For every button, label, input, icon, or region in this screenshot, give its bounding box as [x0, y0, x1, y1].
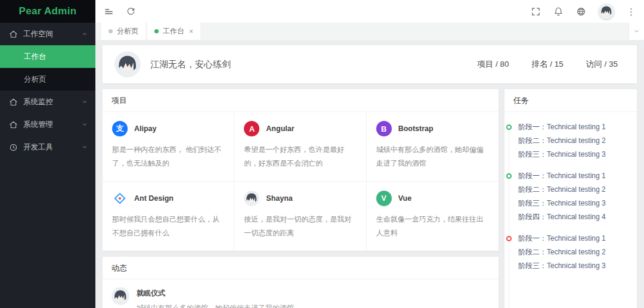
activity-item[interactable]: 就眠仪式 城镇中有那么多的酒馆，她却偏偏走进了我的酒馆。 — [103, 279, 499, 308]
timeline-group: 阶段一：Technical testing 1 阶段二：Technical te… — [504, 169, 630, 224]
task-item: 阶段二：Technical testing 2 — [504, 134, 630, 148]
navbar-left — [104, 7, 136, 17]
tab-workbench[interactable]: 工作台 × — [147, 23, 200, 40]
alipay-icon: 支 — [112, 121, 128, 136]
bell-icon[interactable] — [553, 7, 564, 17]
top-navbar: ⋮ — [95, 0, 644, 23]
sidebar: Pear Admin 工作空间 工作台 分析页 系统监控 系统管理 — [0, 0, 95, 308]
project-name: Ant Design — [134, 194, 174, 203]
clock-icon — [9, 143, 18, 152]
timeline-marker-green — [506, 125, 512, 130]
sidebar-item-label: 工作空间 — [23, 29, 53, 39]
refresh-icon[interactable] — [126, 7, 136, 17]
left-column: 项目 支 Alipay 那是一种内在的东西， 他们到达不了，也无法触及的 — [103, 89, 499, 308]
right-column: 任务 阶段一：Technical testing 1 阶段二：Technical… — [504, 89, 637, 308]
tasks-title: 任务 — [504, 89, 637, 112]
tab-close-icon[interactable]: × — [189, 27, 193, 36]
project-name: Alipay — [134, 125, 157, 133]
project-desc: 那是一种内在的东西， 他们到达不了，也无法触及的 — [112, 143, 224, 171]
activity-text: 城镇中有那么多的酒馆，她却偏偏走进了我的酒馆。 — [137, 303, 301, 308]
task-item: 阶段四：Technical testing 4 — [504, 210, 630, 224]
project-desc: 城镇中有那么多的酒馆，她却偏偏走进了我的酒馆 — [376, 143, 489, 171]
project-name: Angular — [266, 125, 294, 133]
navbar-right: ⋮ — [531, 4, 636, 19]
vue-icon: V — [376, 191, 392, 206]
shayna-avatar — [244, 191, 259, 206]
tab-dot — [109, 29, 113, 33]
sidebar-item-label: 开发工具 — [23, 142, 53, 153]
home-icon — [9, 120, 18, 129]
chevron-up-icon — [82, 31, 88, 37]
tab-dropdown-button[interactable] — [628, 23, 644, 40]
project-name: Vue — [398, 194, 411, 203]
profile-stats: 项目 / 80 排名 / 15 访问 / 35 — [477, 59, 625, 70]
task-item: 阶段一：Technical testing 1 — [504, 232, 630, 245]
tab-label: 工作台 — [163, 26, 184, 36]
sidebar-item-dev-tools[interactable]: 开发工具 — [0, 136, 95, 158]
project-desc: 生命就像一盒巧克力，结果往往出人意料 — [376, 213, 489, 241]
chevron-down-icon — [82, 99, 88, 105]
task-item: 阶段一：Technical testing 1 — [504, 120, 630, 134]
sidebar-item-label: 系统监控 — [23, 97, 53, 107]
main-area: ⋮ 分析页 工作台 × 江湖无名 — [95, 0, 644, 308]
more-menu-icon[interactable]: ⋮ — [627, 7, 636, 16]
task-item: 阶段一：Technical testing 1 — [504, 169, 630, 183]
project-card-shayna[interactable]: Shayna 接近，是我对一切的态度，是我对一切态度的距离 — [234, 182, 366, 251]
stat-projects: 项目 / 80 — [477, 59, 509, 70]
project-name: Bootstrap — [398, 125, 434, 133]
project-desc: 接近，是我对一切的态度，是我对一切态度的距离 — [244, 213, 356, 241]
sidebar-item-workspace[interactable]: 工作空间 — [0, 23, 95, 45]
home-icon — [9, 98, 18, 107]
tab-label: 分析页 — [117, 26, 138, 36]
profile-greeting: 江湖无名，安心练剑 — [150, 59, 231, 70]
activity-title: 动态 — [103, 257, 499, 279]
sidebar-item-system-monitor[interactable]: 系统监控 — [0, 91, 95, 113]
ant-design-icon — [112, 191, 128, 206]
sidebar-item-label: 系统管理 — [23, 120, 53, 130]
timeline-marker-green — [506, 173, 512, 179]
project-card-vue[interactable]: V Vue 生命就像一盒巧克力，结果往往出人意料 — [367, 182, 499, 251]
globe-icon[interactable] — [576, 7, 586, 17]
timeline-spacer — [504, 281, 630, 308]
sidebar-item-system-manage[interactable]: 系统管理 — [0, 113, 95, 136]
timeline-group: 阶段一：Technical testing 1 阶段二：Technical te… — [504, 232, 630, 273]
tab-analysis[interactable]: 分析页 — [101, 23, 145, 40]
sidebar-item-workbench[interactable]: 工作台 — [0, 45, 95, 68]
project-desc: 那时候我只会想自己想要什么，从不想自己拥有什么 — [112, 213, 224, 241]
angular-icon: A — [244, 121, 259, 136]
task-item: 阶段三：Technical testing 3 — [504, 148, 630, 161]
project-card-ant-design[interactable]: Ant Design 那时候我只会想自己想要什么，从不想自己拥有什么 — [103, 182, 234, 251]
project-card-bootstrap[interactable]: B Bootstrap 城镇中有那么多的酒馆，她却偏偏走进了我的酒馆 — [367, 112, 499, 182]
activity-user-name: 就眠仪式 — [137, 288, 301, 298]
project-name: Shayna — [266, 194, 292, 203]
task-item: 阶段二：Technical testing 2 — [504, 183, 630, 197]
sidebar-item-analysis[interactable]: 分析页 — [0, 68, 95, 91]
user-avatar[interactable] — [599, 4, 614, 19]
profile-card: 江湖无名，安心练剑 项目 / 80 排名 / 15 访问 / 35 — [103, 45, 637, 83]
stat-rank: 排名 / 15 — [531, 59, 563, 70]
activity-avatar — [112, 287, 129, 305]
tab-bar: 分析页 工作台 × — [95, 23, 644, 40]
tasks-timeline: 阶段一：Technical testing 1 阶段二：Technical te… — [504, 112, 637, 308]
profile-avatar — [114, 51, 141, 77]
project-card-alipay[interactable]: 支 Alipay 那是一种内在的东西， 他们到达不了，也无法触及的 — [103, 112, 234, 182]
chevron-down-icon — [82, 144, 88, 150]
content-columns: 项目 支 Alipay 那是一种内在的东西， 他们到达不了，也无法触及的 — [103, 89, 637, 308]
page-content: 江湖无名，安心练剑 项目 / 80 排名 / 15 访问 / 35 项目 — [95, 40, 644, 308]
task-item: 阶段二：Technical testing 2 — [504, 245, 630, 259]
timeline-marker-red — [506, 236, 512, 241]
pear-admin-app: Pear Admin 工作空间 工作台 分析页 系统监控 系统管理 — [0, 0, 644, 308]
sidebar-item-label: 工作台 — [24, 52, 47, 62]
timeline-group: 阶段一：Technical testing 1 阶段二：Technical te… — [504, 120, 630, 161]
fullscreen-icon[interactable] — [531, 7, 541, 17]
app-logo: Pear Admin — [0, 0, 95, 23]
projects-grid: 支 Alipay 那是一种内在的东西， 他们到达不了，也无法触及的 A Angu… — [103, 112, 499, 251]
sidebar-item-label: 分析页 — [24, 74, 47, 85]
task-item: 阶段三：Technical testing 3 — [504, 259, 630, 273]
task-item: 阶段三：Technical testing 3 — [504, 197, 630, 210]
home-icon — [9, 30, 18, 39]
chevron-down-icon — [82, 122, 88, 127]
project-card-angular[interactable]: A Angular 希望是一个好东西，也许是最好的，好东西是不会消亡的 — [234, 112, 366, 182]
collapse-sidebar-icon[interactable] — [104, 7, 114, 17]
bootstrap-icon: B — [376, 121, 392, 136]
